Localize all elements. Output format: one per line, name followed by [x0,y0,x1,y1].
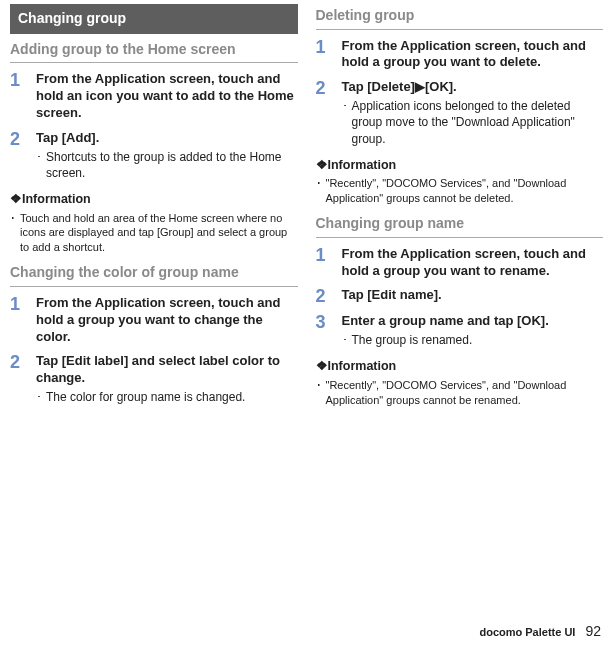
step-title: Tap [Edit name]. [342,287,604,304]
bullet-dot-icon: ･ [342,98,348,147]
step-title: From the Application screen, touch and h… [342,246,604,280]
bullet-text: Application icons belonged to the delete… [352,98,604,147]
step-2: 2 Tap [Edit name]. [316,287,604,305]
bullet-item: ･ The group is renamed. [342,332,604,348]
bullet-dot-icon: ･ [36,389,42,405]
bullet-item: ･ Shortcuts to the group is added to the… [36,149,298,181]
bullet-dot-icon: ･ [342,332,348,348]
step-title: Enter a group name and tap [OK]. [342,313,604,330]
heading-changing-color: Changing the color of group name [10,263,298,287]
heading-adding-group: Adding group to the Home screen [10,40,298,64]
step-body: Tap [Edit label] and select label color … [36,353,298,407]
step-number: 1 [316,38,332,72]
information-heading: ❖Information [10,191,298,209]
footer-label: docomo Palette UI [479,625,575,640]
step-number: 2 [10,130,26,183]
information-heading: ❖Information [316,157,604,175]
step-number: 2 [316,79,332,148]
bullet-item: ･ Application icons belonged to the dele… [342,98,604,147]
page-number: 92 [585,622,601,642]
step-1: 1 From the Application screen, touch and… [316,38,604,72]
step-title-part-b: [OK]. [425,79,457,94]
step-number: 2 [10,353,26,407]
step-title: Tap [Edit label] and select label color … [36,353,298,387]
information-bullet: ･ "Recently", "DOCOMO Services", and "Do… [316,176,604,206]
step-title: From the Application screen, touch and h… [36,295,298,346]
banner-changing-group: Changing group [10,4,298,34]
step-number: 1 [10,71,26,122]
step-1: 1 From the Application screen, touch and… [10,295,298,346]
step-bullets: ･ The color for group name is changed. [36,389,298,405]
step-body: From the Application screen, touch and h… [342,38,604,72]
step-title: Tap [Delete]▶[OK]. [342,79,604,96]
step-1: 1 From the Application screen, touch and… [10,71,298,122]
step-bullets: ･ Application icons belonged to the dele… [342,98,604,147]
step-body: Tap [Delete]▶[OK]. ･ Application icons b… [342,79,604,148]
step-bullets: ･ The group is renamed. [342,332,604,348]
step-body: Tap [Edit name]. [342,287,604,305]
information-text: Touch and hold an area of the Home scree… [20,211,298,256]
bullet-text: The color for group name is changed. [46,389,245,405]
heading-deleting-group: Deleting group [316,6,604,30]
step-body: From the Application screen, touch and h… [36,295,298,346]
step-2: 2 Tap [Edit label] and select label colo… [10,353,298,407]
step-body: From the Application screen, touch and h… [342,246,604,280]
step-number: 1 [316,246,332,280]
step-2: 2 Tap [Delete]▶[OK]. ･ Application icons… [316,79,604,148]
information-heading: ❖Information [316,358,604,376]
step-3: 3 Enter a group name and tap [OK]. ･ The… [316,313,604,350]
step-body: Tap [Add]. ･ Shortcuts to the group is a… [36,130,298,183]
bullet-dot-icon: ･ [316,176,322,206]
right-column: Deleting group 1 From the Application sc… [316,4,604,416]
arrow-icon: ▶ [415,79,425,94]
bullet-item: ･ The color for group name is changed. [36,389,298,405]
step-title: From the Application screen, touch and h… [342,38,604,72]
step-bullets: ･ Shortcuts to the group is added to the… [36,149,298,181]
step-number: 2 [316,287,332,305]
manual-page: Changing group Adding group to the Home … [0,0,609,416]
bullet-dot-icon: ･ [10,211,16,256]
page-footer: docomo Palette UI 92 [479,622,601,642]
step-number: 1 [10,295,26,346]
bullet-dot-icon: ･ [316,378,322,408]
step-title: From the Application screen, touch and h… [36,71,298,122]
step-2: 2 Tap [Add]. ･ Shortcuts to the group is… [10,130,298,183]
step-body: From the Application screen, touch and h… [36,71,298,122]
left-column: Changing group Adding group to the Home … [10,4,298,416]
step-number: 3 [316,313,332,350]
bullet-text: The group is renamed. [352,332,473,348]
information-text: "Recently", "DOCOMO Services", and "Down… [326,176,604,206]
step-title-part-a: Tap [Delete] [342,79,415,94]
information-bullet: ･ "Recently", "DOCOMO Services", and "Do… [316,378,604,408]
information-bullet: ･ Touch and hold an area of the Home scr… [10,211,298,256]
bullet-dot-icon: ･ [36,149,42,181]
step-1: 1 From the Application screen, touch and… [316,246,604,280]
heading-changing-group-name: Changing group name [316,214,604,238]
information-text: "Recently", "DOCOMO Services", and "Down… [326,378,604,408]
step-title: Tap [Add]. [36,130,298,147]
bullet-text: Shortcuts to the group is added to the H… [46,149,298,181]
step-body: Enter a group name and tap [OK]. ･ The g… [342,313,604,350]
